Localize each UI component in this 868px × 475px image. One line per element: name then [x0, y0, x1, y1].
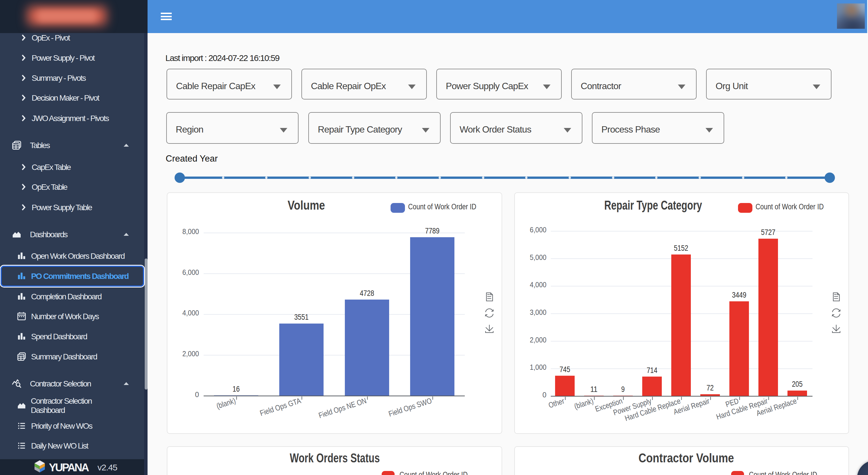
svg-text:11: 11	[590, 385, 598, 393]
svg-text:5,000: 5,000	[530, 253, 547, 261]
svg-text:3551: 3551	[294, 313, 309, 321]
svg-text:Repair Type Category: Repair Type Category	[604, 198, 702, 212]
svg-text:Count of Work Order ID: Count of Work Order ID	[408, 202, 476, 211]
svg-text:Count of Work Order ID: Count of Work Order ID	[400, 470, 468, 475]
svg-text:Count of Work Order ID: Count of Work Order ID	[749, 470, 817, 475]
svg-text:6,000: 6,000	[530, 226, 547, 234]
svg-text:4728: 4728	[360, 289, 374, 297]
svg-text:(blank): (blank)	[573, 397, 594, 411]
svg-text:72: 72	[707, 383, 714, 392]
svg-text:745: 745	[560, 365, 570, 374]
svg-text:16: 16	[233, 384, 240, 393]
svg-text:3449: 3449	[732, 290, 746, 299]
svg-text:0: 0	[542, 391, 547, 399]
svg-text:Field Ops NE ON: Field Ops NE ON	[317, 396, 368, 420]
svg-text:0: 0	[195, 390, 199, 399]
svg-text:Count of Work Order ID: Count of Work Order ID	[755, 202, 824, 211]
svg-text:Field Ops GTA: Field Ops GTA	[259, 396, 302, 417]
svg-text:(blank): (blank)	[215, 396, 237, 411]
svg-text:Field Ops SWO: Field Ops SWO	[388, 396, 433, 418]
svg-text:5152: 5152	[674, 244, 688, 252]
svg-text:2,000: 2,000	[182, 350, 199, 358]
svg-text:4,000: 4,000	[182, 309, 199, 317]
svg-text:7789: 7789	[425, 226, 439, 235]
svg-text:Work Orders Status: Work Orders Status	[290, 451, 380, 465]
svg-text:3,000: 3,000	[530, 308, 547, 316]
svg-text:Volume: Volume	[288, 198, 325, 212]
svg-text:5727: 5727	[761, 228, 775, 236]
svg-text:9: 9	[621, 385, 625, 393]
svg-text:205: 205	[792, 380, 803, 388]
svg-text:2,000: 2,000	[530, 336, 547, 344]
svg-text:6,000: 6,000	[182, 268, 199, 276]
svg-text:1,000: 1,000	[530, 363, 547, 371]
svg-text:8,000: 8,000	[182, 227, 199, 235]
svg-text:714: 714	[647, 366, 657, 375]
svg-text:Contractor Volume: Contractor Volume	[639, 451, 734, 465]
svg-text:Other: Other	[547, 397, 565, 410]
svg-text:4,000: 4,000	[530, 281, 547, 289]
